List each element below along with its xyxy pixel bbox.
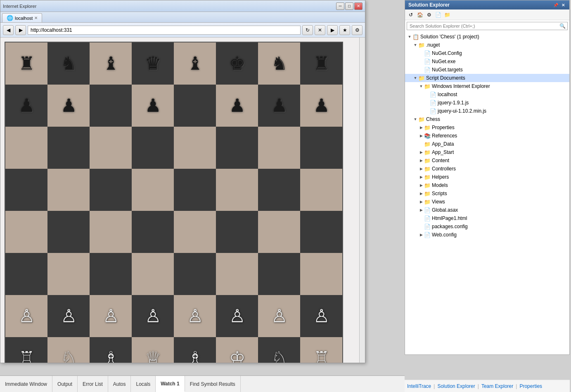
tree-item-web-config[interactable]: ▶📄Web.config [405,231,569,239]
tab-close-button[interactable]: ✕ [34,16,38,20]
cell-2-2[interactable] [90,127,132,169]
cell-7-5[interactable]: ♔ [216,337,258,363]
cell-2-4[interactable] [174,127,216,169]
cell-7-4[interactable]: ♗ [174,337,216,363]
cell-4-6[interactable] [258,211,300,253]
tree-item-app-data[interactable]: 📁App_Data [405,140,569,148]
close-button[interactable]: ✕ [354,2,363,10]
se-link-properties[interactable]: Properties [519,383,542,389]
se-close-button[interactable]: ✕ [560,3,566,7]
cell-5-2[interactable] [90,253,132,295]
cell-5-6[interactable] [258,253,300,295]
cell-1-0[interactable]: ♟ [5,85,47,127]
cell-3-4[interactable] [174,169,216,211]
cell-4-5[interactable] [216,211,258,253]
bottom-tab-immediate[interactable]: Immediate Window [0,376,52,392]
cell-0-7[interactable]: ♜ [300,43,342,85]
se-settings-button[interactable]: ⚙ [425,11,433,19]
tree-item-chess[interactable]: ▼📁Chess [405,115,569,123]
tree-item-content[interactable]: ▶📁Content [405,156,569,165]
tree-item-global-asax[interactable]: ▶📄Global.asax [405,206,569,214]
bottom-tab-watch1[interactable]: Watch 1 [156,376,185,392]
browser-tab[interactable]: 🌐 localhost ✕ [2,13,42,22]
tree-item-app-start[interactable]: ▶📁App_Start [405,148,569,156]
tree-item-jquery[interactable]: 📄jquery-1.9.1.js [405,99,569,107]
address-bar[interactable] [28,26,301,35]
cell-2-0[interactable] [5,127,47,169]
se-search-bar[interactable]: 🔍 [407,22,568,30]
cell-4-2[interactable] [90,211,132,253]
cell-1-4[interactable] [174,85,216,127]
cell-7-2[interactable]: ♗ [90,337,132,363]
cell-1-7[interactable]: ♟ [300,85,342,127]
cell-3-2[interactable] [90,169,132,211]
cell-6-2[interactable]: ♙ [90,295,132,337]
go-button[interactable]: ▶ [327,25,338,35]
cell-0-3[interactable]: ♛ [132,43,174,85]
cell-5-0[interactable] [5,253,47,295]
cell-6-5[interactable]: ♙ [216,295,258,337]
tree-item-nuget-config[interactable]: 📄NuGet.Config [405,49,569,57]
cell-4-1[interactable] [47,211,90,253]
cell-3-6[interactable] [258,169,300,211]
forward-button[interactable]: ▶ [15,25,26,35]
se-link-intellitrace[interactable]: IntelliTrace [407,383,431,389]
tree-item-controllers[interactable]: ▶📁Controllers [405,165,569,173]
bottom-tab-autos[interactable]: Autos [108,376,131,392]
tree-item-nuget-targets[interactable]: 📄NuGet.targets [405,66,569,74]
cell-3-0[interactable] [5,169,47,211]
se-pin-button[interactable]: 📌 [552,3,559,7]
tree-item-scripts[interactable]: ▶📁Scripts [405,189,569,198]
cell-5-3[interactable] [132,253,174,295]
se-newfile-button[interactable]: 📄 [434,11,442,19]
favorites-button[interactable]: ★ [339,25,350,35]
bottom-tab-find-symbol[interactable]: Find Symbol Results [185,376,241,392]
cell-2-3[interactable] [132,127,174,169]
cell-2-5[interactable] [216,127,258,169]
se-link-team-explorer[interactable]: Team Explorer [481,383,513,389]
cell-2-1[interactable] [47,127,90,169]
cell-7-0[interactable]: ♖ [5,337,47,363]
cell-0-6[interactable]: ♞ [258,43,300,85]
stop-button[interactable]: ✕ [315,25,325,35]
cell-2-6[interactable] [258,127,300,169]
cell-6-6[interactable]: ♙ [258,295,300,337]
tree-item-windows-ie[interactable]: ▼📁Windows Internet Explorer [405,82,569,90]
back-button[interactable]: ◀ [3,25,14,35]
tree-item-properties[interactable]: ▶📁Properties [405,123,569,132]
cell-1-5[interactable]: ♟ [216,85,258,127]
tree-item-jquery-ui[interactable]: 📄jquery-ui-1.10.2.min.js [405,107,569,115]
cell-1-1[interactable]: ♟ [47,85,90,127]
se-sync-button[interactable]: ↺ [407,11,415,19]
cell-0-4[interactable]: ♝ [174,43,216,85]
tree-item-views[interactable]: ▶📁Views [405,198,569,206]
tree-item-solution[interactable]: ▼📋Solution 'Chess' (1 project) [405,33,569,41]
cell-4-4[interactable] [174,211,216,253]
se-home-button[interactable]: 🏠 [416,11,424,19]
cell-7-7[interactable]: ♖ [300,337,342,363]
cell-6-3[interactable]: ♙ [132,295,174,337]
cell-2-7[interactable] [300,127,342,169]
tree-item-references[interactable]: ▶📚References [405,132,569,140]
cell-1-6[interactable]: ♟ [258,85,300,127]
cell-7-6[interactable]: ♘ [258,337,300,363]
cell-7-3[interactable]: ♕ [132,337,174,363]
cell-0-1[interactable]: ♞ [47,43,90,85]
tree-item-helpers[interactable]: ▶📁Helpers [405,173,569,181]
cell-6-7[interactable]: ♙ [300,295,342,337]
tree-item-nuget[interactable]: ▼📁.nuget [405,41,569,49]
cell-3-1[interactable] [47,169,90,211]
minimize-button[interactable]: ─ [336,2,344,10]
browser-scrollbar[interactable] [359,38,365,363]
se-link-solution-explorer[interactable]: Solution Explorer [437,383,475,389]
cell-5-1[interactable] [47,253,90,295]
cell-5-7[interactable] [300,253,342,295]
tree-item-packages-config[interactable]: 📄packages.config [405,222,569,231]
cell-3-5[interactable] [216,169,258,211]
bottom-tab-error-list[interactable]: Error List [78,376,108,392]
tree-item-script-docs[interactable]: ▼📁Script Documents [405,74,569,82]
cell-5-4[interactable] [174,253,216,295]
tree-item-htmlpage1[interactable]: 📄HtmlPage1.html [405,214,569,222]
cell-7-1[interactable]: ♘ [47,337,90,363]
bottom-tab-locals[interactable]: Locals [131,376,156,392]
